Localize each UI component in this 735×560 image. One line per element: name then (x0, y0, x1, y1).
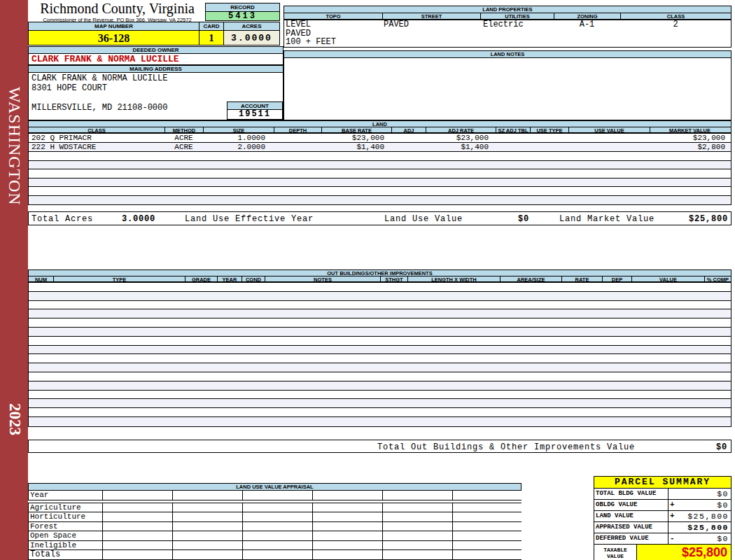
land-properties-section: LAND PROPERTIES TOPO STREET UTILITIES ZO… (284, 6, 732, 48)
county-title: Richmond County, Virginia (31, 1, 203, 16)
summary-row-value: $25,800 (668, 522, 731, 533)
utilities-value: Electric (480, 20, 554, 47)
empty-row (29, 328, 731, 337)
column-header: USE TYPE (530, 127, 568, 132)
column-header: BASE RATE (321, 127, 391, 132)
operator (668, 489, 678, 499)
empty-row (29, 309, 731, 318)
empty-row (29, 196, 731, 205)
empty-row (29, 301, 731, 310)
topo-value: LEVEL PAVED 100 + FEET (284, 20, 382, 47)
land-use-value-label: Land Use Value (384, 214, 463, 224)
column-header: NOTES (265, 276, 380, 281)
column-header: GRADE (185, 276, 217, 281)
appraisal-row-label: Horticulture (29, 512, 102, 522)
taxable-value-label: TAXABLE VALUE (594, 545, 636, 560)
column-header: DEPTH (274, 127, 321, 132)
appraisal-row-label: Totals (29, 550, 102, 559)
taxable-value: $25,800 (637, 545, 731, 560)
column-header: USE VALUE (568, 127, 650, 132)
sidebar-year-label: 2023 (6, 403, 24, 435)
land-use-appraisal-table: LAND USE VALUE APPRAISAL Year Agricultur… (28, 483, 522, 560)
county-header: Richmond County, Virginia Commissioner o… (31, 1, 203, 23)
land-notes-title: LAND NOTES (284, 51, 731, 58)
summary-row-value: + $25,800 (668, 511, 731, 522)
zoning-value: A-1 (554, 20, 620, 47)
land-use-value: $0 (477, 214, 529, 224)
parcel-summary-rows: TOTAL BLDG VALUE $0 OBLDG VALUE + $0 LAN… (594, 489, 731, 545)
empty-row (29, 354, 731, 363)
appraisal-row-label: Year (29, 491, 102, 500)
appraisal-row-label: Ineligible (29, 541, 102, 550)
summary-row-value: + $0 (668, 500, 731, 510)
land-row: 202 Q PRIMACR ACRE 1.0000 $23,000 $23,00… (29, 134, 731, 143)
column-header: LENGTH X WIDTH (407, 276, 500, 281)
column-header: SZ ADJ TBL (496, 127, 530, 132)
column-header: STHGT (380, 276, 407, 281)
land-properties-title: LAND PROPERTIES (284, 6, 731, 13)
account-value: 19511 (227, 110, 283, 120)
column-header: METHOD (164, 127, 203, 132)
empty-row (29, 363, 731, 372)
land-use-appraisal-title: LAND USE VALUE APPRAISAL (28, 483, 522, 491)
out-buildings-total-label: Total Out Buildings & Other Improvements… (377, 442, 635, 452)
land-market-value: $25,800 (689, 214, 728, 224)
appraisal-row-label: Forest (29, 522, 102, 531)
acres-value: 3.0000 (223, 30, 280, 46)
appraisal-row-label: Open Space (29, 531, 102, 540)
column-header: DEP (602, 276, 631, 281)
empty-row (29, 417, 731, 426)
land-market-value-label: Land Market Value (559, 214, 654, 224)
column-header: NUM (29, 276, 53, 281)
column-header: TOPO (284, 13, 382, 19)
effective-year-label: Land Use Effective Year (185, 214, 314, 224)
summary-row-label: APPRAISED VALUE (594, 522, 668, 533)
deeded-owner-value: CLARK FRANK & NORMA LUCILLE (28, 54, 284, 65)
column-header: TYPE (53, 276, 185, 281)
sidebar: WASHINGTON 2023 (0, 0, 28, 560)
summary-row-label: DEFERRED VALUE (594, 533, 668, 544)
mailing-address-box: CLARK FRANK & NORMA LUCILLE 8301 HOPE CO… (28, 73, 284, 120)
empty-row (29, 161, 731, 170)
column-header: MARKET VALUE (650, 127, 729, 132)
empty-row (29, 292, 731, 301)
empty-row (29, 346, 731, 355)
total-acres-label: Total Acres (31, 214, 93, 224)
total-acres-value: 3.0000 (122, 214, 155, 224)
taxable-value-row: TAXABLE VALUE $25,800 (594, 545, 731, 560)
empty-row (29, 283, 731, 292)
column-header: ADJ (391, 127, 426, 132)
map-number-value: 36-128 (28, 30, 200, 46)
operator: + (668, 511, 678, 522)
address-line: 8301 HOPE COURT (31, 83, 283, 93)
column-header: YEAR (217, 276, 241, 281)
empty-row (29, 169, 731, 178)
record-value: 5413 (205, 11, 280, 21)
mailing-address-label: MAILING ADDRESS (28, 65, 284, 73)
street-value: PAVED (382, 20, 480, 47)
out-buildings-total-value: $0 (716, 442, 727, 452)
appraisal-rows: Agriculture Horticulture Forest Open Spa… (28, 503, 522, 560)
column-header: AREA/SIZE (500, 276, 561, 281)
land-properties-values: LEVEL PAVED 100 + FEET PAVED Electric A-… (284, 20, 731, 47)
land-row: 222 H WDSTACRE ACRE 2.0000 $1,400 $1,400… (29, 143, 731, 152)
empty-row (29, 152, 731, 161)
appraisal-row-label: Agriculture (29, 503, 102, 512)
address-line: CLARK FRANK & NORMA LUCILLE (31, 74, 283, 83)
empty-row (29, 382, 731, 391)
column-header: COND (241, 276, 265, 281)
empty-row (29, 372, 731, 382)
sidebar-district-label: WASHINGTON (5, 87, 24, 206)
operator: - (668, 533, 678, 544)
summary-row-value: $0 (668, 489, 731, 499)
column-header: VALUE (631, 276, 704, 281)
column-header: UTILITIES (480, 13, 554, 19)
column-header: ADJ RATE (426, 127, 496, 132)
card-value: 1 (199, 30, 224, 46)
account-box: ACCOUNT 19511 (227, 102, 283, 120)
out-buildings-title: OUT BUILDINGS/OTHER IMPROVEMENTS (29, 270, 731, 276)
summary-row-label: OBLDG VALUE (594, 500, 668, 510)
column-header: SIZE (203, 127, 274, 132)
land-table-columns: CLASS METHOD SIZE DEPTH BASE RATE ADJ AD… (29, 127, 731, 134)
deeded-owner-label: DEEDED OWNER (28, 46, 284, 54)
